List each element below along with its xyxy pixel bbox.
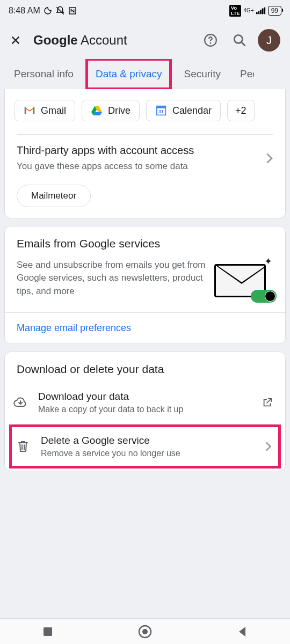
third-party-app-pill[interactable]: Mailmeteor: [17, 185, 91, 207]
avatar[interactable]: J: [258, 29, 280, 52]
svg-text:31: 31: [158, 109, 164, 114]
chip-label: Gmail: [41, 105, 66, 116]
nav-back[interactable]: [237, 626, 248, 638]
nav-home[interactable]: [138, 625, 152, 639]
emails-card: Emails from Google services See and unsu…: [4, 226, 286, 344]
nav-recents[interactable]: [42, 626, 53, 637]
svg-point-20: [142, 629, 148, 634]
row-title: Download your data: [38, 391, 252, 402]
delete-service-row[interactable]: Delete a Google service Remove a service…: [12, 427, 278, 466]
svg-rect-18: [44, 627, 52, 636]
svg-rect-2: [256, 12, 258, 14]
system-nav-bar: [0, 618, 290, 644]
nfc-icon: [68, 6, 77, 15]
chevron-right-icon: [265, 442, 272, 451]
tab-personal-info[interactable]: Personal info: [6, 61, 81, 87]
third-party-row[interactable]: Third-party apps with account access You…: [5, 142, 285, 182]
connected-apps-card: Gmail Drive 31 Calendar +2 Third-party a: [4, 89, 286, 218]
svg-point-10: [210, 42, 212, 44]
chip-label: Drive: [108, 105, 130, 116]
status-bar: 8:48 AM VoLTE 4G+ 99: [0, 0, 290, 21]
chip-gmail[interactable]: Gmail: [15, 100, 75, 121]
svg-rect-14: [33, 107, 34, 114]
chip-label: Calendar: [172, 105, 212, 116]
email-illustration: ✦: [214, 259, 273, 302]
trash-icon: [15, 440, 31, 453]
signal-icon: [256, 7, 266, 14]
app-header: Google Account J: [0, 21, 290, 59]
row-subtitle: Remove a service you no longer use: [41, 449, 256, 458]
volte-icon: VoLTE: [229, 5, 241, 17]
calendar-icon: 31: [155, 105, 167, 116]
chip-overflow[interactable]: +2: [227, 100, 255, 121]
svg-rect-16: [157, 106, 166, 108]
tab-security[interactable]: Security: [176, 61, 228, 87]
svg-rect-6: [264, 8, 265, 14]
download-data-row[interactable]: Download your data Make a copy of your d…: [5, 381, 285, 424]
help-icon[interactable]: [200, 30, 221, 51]
battery-indicator: 99: [268, 6, 281, 16]
svg-rect-5: [262, 9, 263, 14]
tab-data-privacy[interactable]: Data & privacy: [88, 61, 170, 87]
chevron-right-icon: [266, 153, 273, 164]
tab-people[interactable]: People: [233, 61, 254, 87]
page-title: Google Account: [33, 33, 192, 48]
close-icon[interactable]: [10, 34, 26, 46]
network-type: 4G+: [243, 8, 253, 13]
drive-icon: [91, 105, 103, 116]
row-title: Third-party apps with account access: [17, 144, 262, 157]
status-time: 8:48 AM: [9, 6, 40, 16]
chip-calendar[interactable]: 31 Calendar: [146, 100, 221, 121]
svg-rect-3: [258, 11, 259, 14]
tab-bar: Personal info Data & privacy Security Pe…: [0, 59, 290, 89]
section-body: See and unsubscribe from emails you get …: [17, 259, 207, 298]
moon-icon: [44, 6, 52, 15]
svg-line-12: [241, 42, 245, 46]
svg-rect-4: [260, 10, 262, 14]
svg-rect-13: [25, 107, 26, 114]
row-subtitle: You gave these apps access to some data: [17, 160, 262, 173]
gmail-icon: [24, 105, 35, 116]
row-title: Delete a Google service: [41, 435, 256, 447]
section-title: Emails from Google services: [5, 226, 285, 255]
search-icon[interactable]: [229, 30, 250, 51]
manage-email-link[interactable]: Manage email preferences: [5, 313, 285, 343]
external-link-icon: [262, 397, 273, 408]
toggle-icon: [251, 290, 277, 303]
download-cloud-icon: [12, 397, 28, 408]
mute-icon: [55, 6, 65, 16]
section-title: Download or delete your data: [5, 352, 285, 381]
download-delete-card: Download or delete your data Download yo…: [4, 352, 286, 471]
chip-label: +2: [235, 105, 247, 116]
chip-drive[interactable]: Drive: [82, 100, 140, 121]
row-subtitle: Make a copy of your data to back it up: [38, 405, 252, 414]
